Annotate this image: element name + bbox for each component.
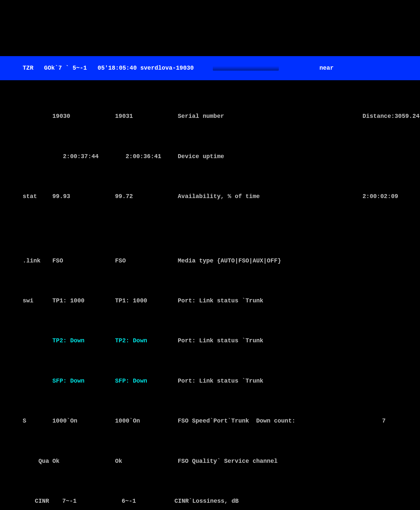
- s-lbl: S: [23, 417, 52, 425]
- qua-lbl: Qua: [23, 457, 52, 465]
- qua-b: Ok: [115, 457, 178, 465]
- sfp-a: SFP: Down: [52, 377, 115, 385]
- cinr-a: 7~-1: [52, 498, 77, 504]
- serial-lbl: Serial number: [178, 112, 363, 120]
- avail-time: 2:00:02:09: [363, 192, 398, 200]
- sfp-b: SFP: Down: [115, 377, 178, 385]
- modem1-header: TZR GOk`7 ` 5~-1 05'18:05:40 sverdlova-1…: [0, 56, 420, 80]
- uptime-b: 2:00:36:41: [126, 153, 161, 160]
- swi-lbl: swi: [23, 297, 52, 305]
- tp2-b: TP2: Down: [115, 337, 178, 345]
- media-lbl: Media type {AUTO|FSO|AUX|OFF}: [178, 257, 363, 265]
- cinr-lbl: CINR: [23, 497, 49, 505]
- port-lbl2: Port: Link status `Trunk: [178, 337, 363, 345]
- link-lbl: .link: [23, 257, 52, 265]
- stat-b: 99.72: [115, 192, 178, 200]
- censored-ip: [213, 66, 279, 71]
- tp1-b: TP1: 1000: [115, 297, 178, 305]
- cinr-b: 6~-1: [112, 498, 136, 504]
- stat-lbl: stat: [23, 192, 52, 200]
- port-lbl: Port: Link status `Trunk: [178, 297, 363, 305]
- hdr-left: TZR GOk`7 ` 5~-1 05'18:05:40 sverdlova-1…: [23, 65, 194, 71]
- tp1-a: TP1: 1000: [52, 297, 115, 305]
- port-lbl3: Port: Link status `Trunk: [178, 377, 363, 385]
- qua-desc: FSO Quality` Service channel: [178, 457, 363, 465]
- distance: 3059.24: [395, 113, 420, 119]
- terminal-output: TZR GOk`7 ` 5~-1 05'18:05:40 sverdlova-1…: [0, 0, 420, 510]
- avail-lbl: Availability, % of time: [178, 192, 363, 200]
- speed-a: 1000`On: [52, 417, 115, 425]
- speed-lbl: FSO Speed`Port`Trunk Down count:: [178, 417, 363, 425]
- stat-a: 99.93: [52, 192, 115, 200]
- tp2-a: TP2: Down: [52, 337, 115, 345]
- cinr-desc: CINR`Lossiness, dB: [175, 497, 359, 505]
- media-b: FSO: [115, 257, 178, 265]
- uptime-lbl: Device uptime: [178, 153, 363, 160]
- media-a: FSO: [52, 257, 115, 265]
- distance-lbl: Distance:: [363, 113, 395, 119]
- serial-b: 19031: [115, 112, 178, 120]
- down-count: 7: [363, 417, 388, 425]
- hdr-tag: near: [319, 65, 334, 71]
- modem1-panel: TZR GOk`7 ` 5~-1 05'18:05:40 sverdlova-1…: [0, 32, 420, 510]
- speed-b: 1000`On: [115, 417, 178, 425]
- uptime-a: 2:00:37:44: [63, 153, 99, 160]
- qua-a: Ok: [52, 457, 115, 465]
- serial-a: 19030: [52, 112, 115, 120]
